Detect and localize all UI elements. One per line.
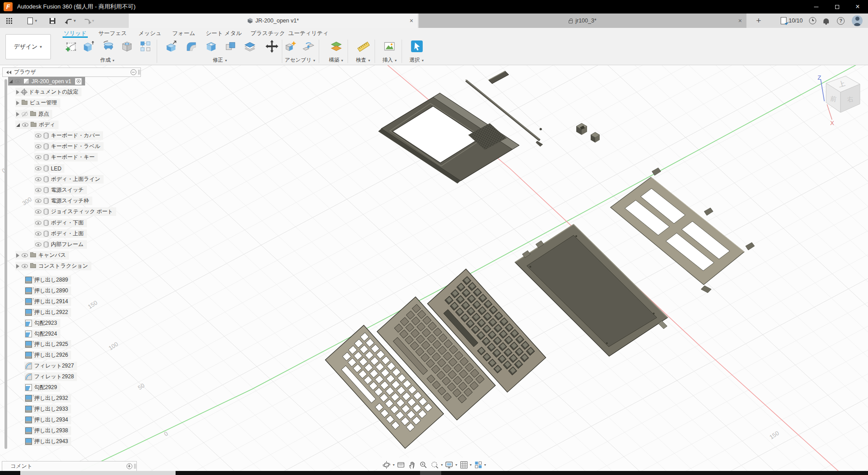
hole-icon[interactable] [121,40,133,53]
viewports-button[interactable]: ▾ [474,460,486,470]
expander-closed-icon[interactable] [16,101,19,105]
maximize-button[interactable] [827,0,847,13]
ribbon-group-7[interactable]: 選択▼ [410,57,425,63]
visibility-eye-icon[interactable] [35,177,41,181]
tree-row--[interactable]: キーボード・キー [34,153,98,161]
feature-row-8[interactable]: フィレット2927 [24,362,77,370]
visibility-eye-icon[interactable] [22,123,28,127]
timeline-strip[interactable] [0,471,868,475]
feature-row-4[interactable]: 勾配2923 [24,319,60,327]
visibility-eye-icon[interactable] [22,253,28,257]
undo-button[interactable]: ▼ [66,19,77,23]
help-icon[interactable]: ? [837,17,845,25]
expander-closed-icon[interactable] [16,264,19,269]
tree-row-jr-200_open-v1[interactable]: JR-200_open v1 [8,77,85,85]
activity-clock-icon[interactable] [809,17,816,24]
tree-row--[interactable]: 原点 [15,110,52,118]
fillet-icon[interactable] [185,40,198,53]
tree-row--[interactable]: ボディ・上面 [34,229,87,238]
split-body-icon[interactable] [244,40,256,53]
visibility-eye-icon[interactable] [15,79,21,83]
joint-icon[interactable] [302,40,315,53]
tree-row--[interactable]: ボディ・下面 [34,219,87,227]
tree-row--[interactable]: キャンバス [15,251,69,260]
led-dot-part[interactable] [539,128,542,130]
user-avatar[interactable] [852,15,863,26]
feature-row-0[interactable]: 押し出し2889 [24,276,71,284]
visibility-eye-icon[interactable] [22,264,28,268]
tree-row--[interactable]: ドキュメントの設定 [15,88,81,96]
collapse-panel-icon[interactable] [6,71,11,74]
tree-row--[interactable]: ボディ [15,121,59,129]
add-comment-icon[interactable] [127,463,132,469]
small-bar-part[interactable] [488,71,509,84]
redo-button[interactable]: ▼ [85,19,95,23]
workspace-selector[interactable]: デザイン▼ [5,34,51,59]
visibility-eye-icon[interactable] [35,188,41,192]
visibility-eye-icon[interactable] [35,210,41,214]
pan-button[interactable] [407,460,417,470]
extrude-icon[interactable] [82,40,95,53]
visibility-eye-icon[interactable] [22,112,28,116]
press-pull-icon[interactable] [165,40,178,53]
activate-component-radio[interactable] [75,78,82,85]
feature-row-14[interactable]: 押し出し2938 [24,426,71,435]
feature-row-7[interactable]: 押し出し2926 [24,351,71,359]
visibility-eye-icon[interactable] [35,144,41,148]
save-button[interactable] [50,18,55,24]
visibility-eye-icon[interactable] [35,166,41,170]
combine-icon[interactable] [224,40,237,53]
document-tab-1[interactable]: jr100_3*× [419,13,746,28]
fit-button[interactable]: ▾ [430,460,443,470]
panel-grip[interactable] [134,464,135,469]
visibility-eye-icon[interactable] [35,155,41,159]
tree-row--[interactable]: 電源スイッチ枠 [34,197,92,205]
zoom-button[interactable] [419,460,428,470]
model-viewport[interactable]: 0300150100500150 ブラウザ JR-200_open v1ドキュメ… [0,65,868,471]
expander-closed-icon[interactable] [16,253,19,258]
minimize-button[interactable] [806,0,827,13]
move-copy-icon[interactable] [265,39,279,54]
expander-open-icon[interactable] [9,80,13,83]
ribbon-group-1[interactable]: 作成▼ [100,57,115,63]
expander-closed-icon[interactable] [16,112,19,117]
expander-closed-icon[interactable] [16,90,19,94]
visibility-eye-icon[interactable] [35,199,41,203]
ribbon-tab-7[interactable]: ユーティリティ [288,30,328,37]
power-switch-frame-part[interactable] [576,123,587,135]
feature-row-2[interactable]: 押し出し2914 [24,297,71,306]
ribbon-tab-5[interactable]: シート メタル [206,30,242,37]
ribbon-group-5[interactable]: 検査▼ [356,57,371,63]
feature-row-1[interactable]: 押し出し2890 [24,287,71,295]
panel-grip[interactable] [138,70,139,75]
feature-row-13[interactable]: 押し出し2934 [24,416,71,424]
ribbon-tab-6[interactable]: プラスチック [251,30,285,37]
feature-row-3[interactable]: 押し出し2922 [24,308,71,317]
visibility-eye-icon[interactable] [35,242,41,246]
visibility-eye-icon[interactable] [35,232,41,236]
ribbon-tab-3[interactable]: メッシュ [138,30,161,37]
construction-plane-icon[interactable] [330,40,343,53]
visibility-eye-icon[interactable] [35,221,41,225]
body-bottom-tray-part[interactable] [515,224,668,356]
ribbon-group-2[interactable]: 修正▼ [213,57,228,63]
tree-row--[interactable]: ジョイスティック ポート [34,207,116,216]
feature-row-5[interactable]: 勾配2924 [24,330,60,338]
pattern-icon[interactable] [139,40,152,53]
tree-row--[interactable]: ビュー管理 [15,99,60,107]
feature-row-6[interactable]: 押し出し2925 [24,340,71,349]
ribbon-group-6[interactable]: 挿入▼ [383,57,398,63]
display-settings-button[interactable]: ▾ [444,460,457,470]
tree-row-led[interactable]: LED [34,164,64,173]
look-at-button[interactable] [396,460,406,470]
tab-close-icon[interactable]: × [738,17,742,24]
revolve-icon[interactable] [102,40,115,53]
tree-row--[interactable]: 電源スイッチ [34,186,87,194]
tree-row--[interactable]: ボディ・上面ライン [34,175,104,184]
feature-row-12[interactable]: 押し出し2933 [24,405,71,413]
grid-settings-button[interactable]: ▾ [459,460,472,470]
job-status[interactable]: 10/10 [781,17,803,24]
document-tab-0[interactable]: JR-200_open v1*× [129,13,418,28]
select-icon[interactable] [411,40,423,53]
app-grid-button[interactable] [6,18,12,24]
